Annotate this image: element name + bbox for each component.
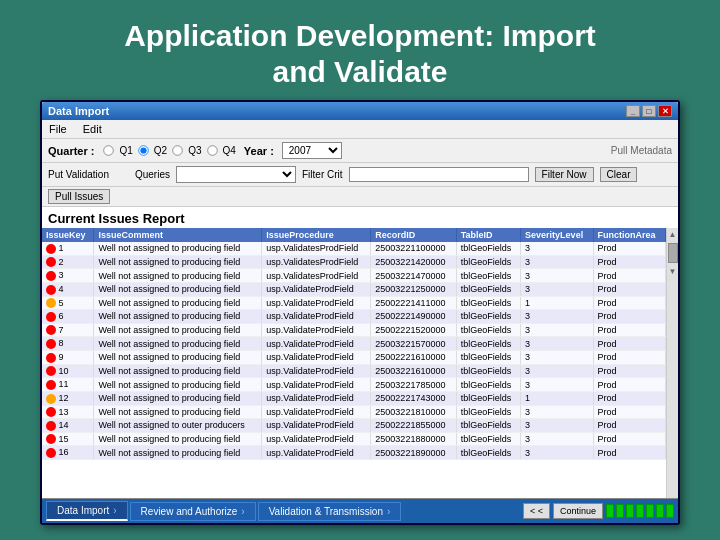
table-cell: Prod — [593, 391, 665, 405]
table-cell: Prod — [593, 337, 665, 351]
table-cell: Well not assigned to outer producers — [94, 419, 262, 433]
data-import-window: Data Import _ □ ✕ File Edit Quarter : Q1… — [40, 100, 680, 525]
status-icon — [46, 380, 56, 390]
scroll-down-arrow[interactable]: ▼ — [667, 265, 678, 278]
table-cell: 25002221490000 — [371, 310, 456, 324]
status-icon — [46, 421, 56, 431]
table-cell: tblGeoFields — [456, 446, 520, 460]
table-cell: 3 — [521, 269, 593, 283]
close-button[interactable]: ✕ — [658, 105, 672, 117]
table-cell: Prod — [593, 446, 665, 460]
table-cell: Well not assigned to producing field — [94, 378, 262, 392]
filter-input[interactable] — [349, 167, 529, 182]
table-cell: 25003221420000 — [371, 255, 456, 269]
table-cell: usp.ValidateProdField — [262, 323, 371, 337]
table-cell: tblGeoFields — [456, 310, 520, 324]
table-cell: Prod — [593, 323, 665, 337]
status-icon — [46, 407, 56, 417]
table-cell: Prod — [593, 255, 665, 269]
year-select[interactable]: 2007 — [282, 142, 342, 159]
clear-button[interactable]: Clear — [600, 167, 638, 182]
table-row: 3Well not assigned to producing fieldusp… — [42, 269, 666, 283]
table-cell: Prod — [593, 282, 665, 296]
filter-label: Filter Crit — [302, 169, 343, 180]
maximize-button[interactable]: □ — [642, 105, 656, 117]
status-icon — [46, 366, 56, 376]
table-cell: usp.ValidatesProdField — [262, 269, 371, 283]
table-cell: tblGeoFields — [456, 323, 520, 337]
quarter-q3-radio[interactable] — [172, 145, 182, 155]
back-button[interactable]: < < — [523, 503, 550, 519]
table-cell: 25003221100000 — [371, 242, 456, 255]
quarter-q4-radio[interactable] — [207, 145, 217, 155]
table-cell: 3 — [42, 269, 94, 283]
toolbar-pull: Pull Issues — [42, 187, 678, 207]
table-cell: usp.ValidateProdField — [262, 310, 371, 324]
menu-bar: File Edit — [42, 120, 678, 139]
table-cell: 3 — [521, 242, 593, 255]
progress-seg-1 — [606, 504, 614, 518]
table-row: 16Well not assigned to producing fieldus… — [42, 446, 666, 460]
table-cell: 4 — [42, 282, 94, 296]
table-cell: 9 — [42, 351, 94, 365]
table-cell: usp.ValidateProdField — [262, 378, 371, 392]
status-icon — [46, 339, 56, 349]
minimize-button[interactable]: _ — [626, 105, 640, 117]
tab-validation-label: Validation & Transmission — [269, 506, 383, 517]
status-icon — [46, 353, 56, 363]
window-controls: _ □ ✕ — [626, 105, 672, 117]
status-icon — [46, 394, 56, 404]
table-cell: 11 — [42, 378, 94, 392]
queries-label: Queries — [135, 169, 170, 180]
table-cell: 25003221570000 — [371, 337, 456, 351]
table-cell: Well not assigned to producing field — [94, 310, 262, 324]
table-cell: 6 — [42, 310, 94, 324]
quarter-q1-label: Q1 — [119, 145, 132, 156]
quarter-q1-radio[interactable] — [104, 145, 114, 155]
table-cell: usp.ValidateProdField — [262, 351, 371, 365]
menu-edit[interactable]: Edit — [80, 122, 105, 136]
pull-issues-button[interactable]: Pull Issues — [48, 189, 110, 204]
table-row: 2Well not assigned to producing fieldusp… — [42, 255, 666, 269]
quarter-q2-radio[interactable] — [138, 145, 148, 155]
table-cell: Prod — [593, 405, 665, 419]
tab-validation-transmission[interactable]: Validation & Transmission › — [258, 502, 402, 521]
table-cell: Prod — [593, 242, 665, 255]
put-validation-label: Put Validation — [48, 169, 109, 180]
table-cell: tblGeoFields — [456, 364, 520, 378]
table-cell: 25002221520000 — [371, 323, 456, 337]
table-cell: tblGeoFields — [456, 391, 520, 405]
table-row: 6Well not assigned to producing fieldusp… — [42, 310, 666, 324]
table-cell: 13 — [42, 405, 94, 419]
table-cell: Well not assigned to producing field — [94, 269, 262, 283]
progress-bar — [606, 504, 674, 518]
table-cell: tblGeoFields — [456, 378, 520, 392]
table-cell: Prod — [593, 378, 665, 392]
scrollbar-vertical[interactable]: ▲ ▼ — [666, 228, 678, 498]
table-cell: 3 — [521, 282, 593, 296]
report-title: Current Issues Report — [42, 207, 678, 228]
table-cell: 3 — [521, 337, 593, 351]
table-cell: Prod — [593, 351, 665, 365]
table-row: 11Well not assigned to producing fieldus… — [42, 378, 666, 392]
table-cell: 5 — [42, 296, 94, 310]
table-cell: 7 — [42, 323, 94, 337]
table-cell: 3 — [521, 419, 593, 433]
table-cell: 16 — [42, 446, 94, 460]
menu-file[interactable]: File — [46, 122, 70, 136]
status-icon — [46, 434, 56, 444]
toolbar-validation: Put Validation Queries Filter Crit Filte… — [42, 163, 678, 187]
table-cell: 10 — [42, 364, 94, 378]
scroll-thumb[interactable] — [668, 243, 678, 263]
queries-combo[interactable] — [176, 166, 296, 183]
table-row: 9Well not assigned to producing fieldusp… — [42, 351, 666, 365]
tab-data-import[interactable]: Data Import › — [46, 501, 128, 521]
status-icon — [46, 448, 56, 458]
table-cell: 12 — [42, 391, 94, 405]
filter-now-button[interactable]: Filter Now — [535, 167, 594, 182]
table-row: 10Well not assigned to producing fieldus… — [42, 364, 666, 378]
window-title: Data Import — [48, 105, 109, 117]
tab-review-authorize[interactable]: Review and Authorize › — [130, 502, 256, 521]
continue-button[interactable]: Continue — [553, 503, 603, 519]
scroll-up-arrow[interactable]: ▲ — [667, 228, 678, 241]
